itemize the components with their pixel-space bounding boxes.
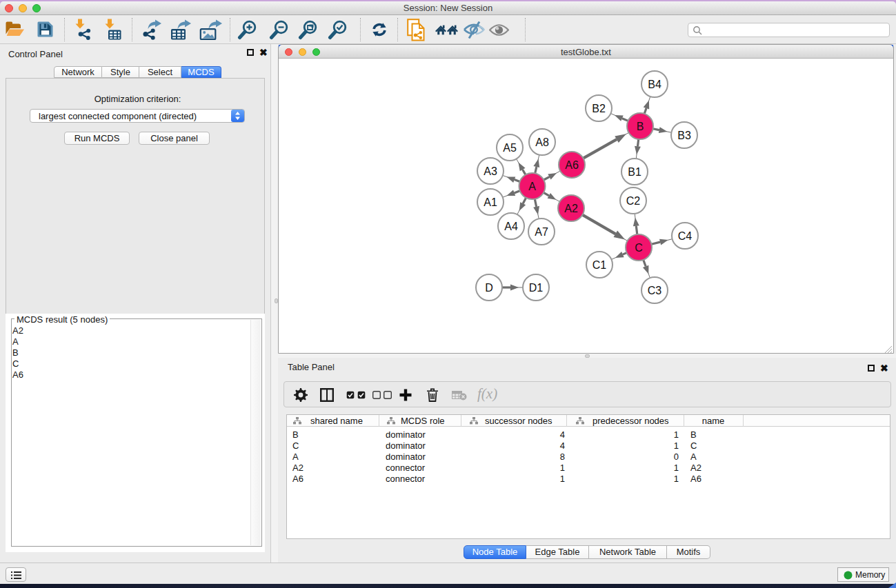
svg-text:A: A [528,181,536,192]
svg-text:C3: C3 [648,285,662,296]
svg-text:B: B [637,121,644,132]
svg-text:A2: A2 [564,203,578,214]
svg-text:B2: B2 [592,103,606,114]
svg-text:A7: A7 [535,226,548,238]
svg-text:A3: A3 [484,165,497,177]
svg-text:A8: A8 [535,136,549,148]
svg-text:C1: C1 [593,259,607,271]
svg-text:A4: A4 [504,221,518,232]
svg-text:A6: A6 [565,159,579,171]
svg-text:C2: C2 [626,195,641,207]
svg-text:C: C [635,242,643,254]
svg-text:A1: A1 [484,196,497,208]
svg-text:C4: C4 [678,230,693,242]
svg-text:B1: B1 [628,166,641,178]
svg-text:D: D [485,282,493,294]
svg-text:A5: A5 [503,142,517,154]
svg-text:B4: B4 [648,79,661,90]
svg-text:D1: D1 [529,282,544,294]
svg-text:B3: B3 [677,130,691,141]
